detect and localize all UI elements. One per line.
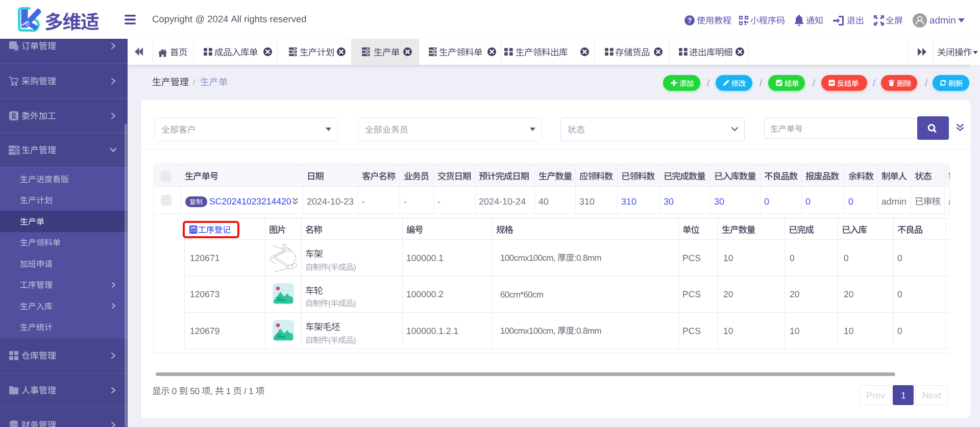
svg-text:?: ? bbox=[688, 16, 692, 24]
